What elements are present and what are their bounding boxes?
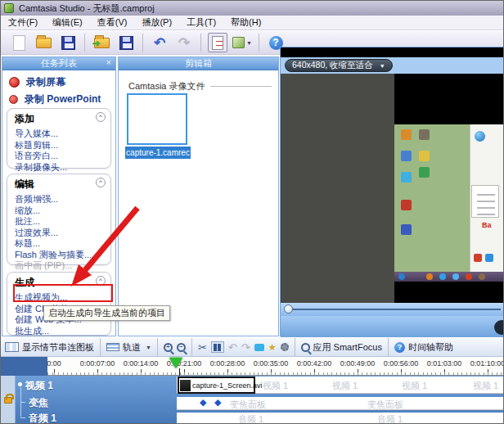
link-import-media[interactable]: 导入媒体... <box>15 129 110 140</box>
settings-tool-button[interactable] <box>281 343 289 351</box>
menu-play[interactable]: 播放(P) <box>134 15 179 30</box>
desktop-icon <box>401 200 412 210</box>
apply-smartfocus-button[interactable]: 应用 SmartFocus <box>301 341 382 354</box>
redo-icon: ↷ <box>178 34 190 52</box>
menu-view[interactable]: 查看(V) <box>90 15 135 30</box>
red-highlight-box <box>13 284 113 302</box>
zoom-out-icon: − <box>177 343 186 352</box>
import-media-button[interactable]: ➜ <box>92 33 111 52</box>
timeline-help-label: 时间轴帮助 <box>408 341 453 354</box>
toolbar-separator <box>142 34 143 52</box>
ruler-label: 0:00:35:00 <box>254 359 289 368</box>
record-screen-item[interactable]: 录制屏幕 <box>9 75 65 89</box>
disabled-redo-icon: ↷ <box>241 341 250 354</box>
collapse-chevron-icon[interactable]: ^ <box>96 112 106 122</box>
preview-toolbar: 640x480, 收缩至适合 ▼ <box>281 57 504 74</box>
toolbar-separator <box>100 338 101 356</box>
show-storyboard-button[interactable]: 显示情节串连图板 <box>5 341 94 354</box>
link-record-camera[interactable]: 录制摄像头... <box>15 162 110 174</box>
save-project-button[interactable] <box>58 33 78 52</box>
show-task-list-button[interactable] <box>208 33 227 52</box>
desktop-icon <box>401 151 412 161</box>
callout-tool-button[interactable] <box>254 344 264 351</box>
track-tree-line <box>20 402 25 403</box>
timeline-help-icon: ? <box>394 342 405 353</box>
browser-context-menu <box>471 185 499 218</box>
menu-help[interactable]: 帮助(H) <box>223 15 268 30</box>
menu-tools[interactable]: 工具(T) <box>179 15 223 30</box>
record-powerpoint-item[interactable]: 录制 PowerPoint <box>9 92 101 106</box>
desktop-icon <box>401 172 412 183</box>
ruler-label: 0:01:03:00 <box>427 359 462 368</box>
preview-seek-bar[interactable] <box>281 303 504 316</box>
link-audio-enhance[interactable]: 音频增强... <box>15 194 110 205</box>
ghost-label: 音频 1 <box>377 413 403 424</box>
open-folder-icon <box>36 38 52 48</box>
disabled-tool-button: ↶ <box>228 341 237 354</box>
zoom-track[interactable]: ◆ ◆ 变焦面板 变焦面板 <box>177 397 504 410</box>
ruler-label: 0:01:10:00 <box>470 359 504 368</box>
preview-browser-window: Ba <box>470 124 504 272</box>
audio-track[interactable]: 音频 1 音频 1 <box>177 413 504 424</box>
dropdown-arrow-icon: ▼ <box>246 40 252 46</box>
close-icon[interactable]: × <box>106 57 111 67</box>
disabled-undo-icon: ↶ <box>228 341 237 354</box>
redo-button[interactable]: ↷ <box>174 33 194 52</box>
menu-edit[interactable]: 编辑(E) <box>45 15 90 30</box>
notebook-icon <box>232 37 245 48</box>
clip-thumb <box>180 380 191 391</box>
record-powerpoint-label: 录制 PowerPoint <box>25 92 101 106</box>
timeline-clip[interactable]: capture-1_Screen.avi <box>178 377 255 394</box>
zoom-out-button[interactable]: − <box>177 343 186 352</box>
seek-line <box>179 368 180 376</box>
playhead-marker[interactable] <box>169 358 182 368</box>
link-callouts[interactable]: 批注... <box>15 216 110 228</box>
menu-file[interactable]: 文件(F) <box>1 15 45 30</box>
tracks-dropdown-button[interactable]: 轨道 ▼ <box>106 341 151 354</box>
seek-knob[interactable] <box>284 304 293 313</box>
taskbar-icon <box>452 273 459 280</box>
tracks-label: 轨道 <box>123 341 141 354</box>
undo-button[interactable]: ↶ <box>150 33 169 52</box>
keyframe-diamond-icon[interactable]: ◆ <box>200 398 206 407</box>
collapse-chevron-icon[interactable]: ^ <box>96 178 106 187</box>
browser-logo-icon <box>475 131 485 142</box>
clip-group-label: Camtasia 录像文件 <box>128 80 205 92</box>
timeline-help-button[interactable]: ? 时间轴帮助 <box>394 341 453 354</box>
video-track[interactable]: capture-1_Screen.avi 视频 1 视频 1 视频 1 视频 1 <box>177 377 504 394</box>
desktop-icon <box>401 129 412 140</box>
zoom-in-button[interactable]: + <box>164 343 173 352</box>
link-title-clip[interactable]: 标题剪辑... <box>15 140 110 151</box>
new-project-button[interactable] <box>9 33 29 52</box>
show-notes-button[interactable]: ▼ <box>232 33 252 52</box>
link-batch-produce[interactable]: 批生成... <box>15 326 110 337</box>
link-zoom[interactable]: 缩放... <box>15 205 110 217</box>
save-as-button[interactable] <box>116 33 136 52</box>
preview-size-label: 640x480, 收缩至适合 <box>292 60 373 71</box>
taskbar-icon <box>398 273 405 280</box>
preview-letterbox <box>281 74 394 303</box>
taskbar-icon <box>479 273 485 280</box>
cut-button[interactable]: ✂ <box>198 341 207 354</box>
tooltip: 启动生成向导生成当前的项目 <box>43 305 170 321</box>
toolbar-separator <box>200 34 201 52</box>
keyframe-diamond-icon[interactable]: ◆ <box>214 398 221 407</box>
speech-bubble-icon <box>254 344 264 351</box>
import-folder-icon: ➜ <box>94 38 110 48</box>
lock-icon[interactable] <box>4 397 12 404</box>
link-flash-quiz[interactable]: Flash 测验与摘要... <box>15 250 110 261</box>
clip-thumbnail[interactable] <box>127 93 187 145</box>
save-icon <box>61 36 75 50</box>
open-project-button[interactable] <box>34 33 53 52</box>
new-document-icon <box>13 35 25 51</box>
timeline-ruler[interactable]: 0:00 0:00:07:00 0:00:14:00 0:00:21:00 0:… <box>1 357 504 376</box>
play-button[interactable] <box>494 320 504 335</box>
link-voice-narration[interactable]: 语音旁白... <box>15 151 110 162</box>
link-captions[interactable]: 标题... <box>15 238 110 250</box>
task-list-header: 任务列表 × <box>2 57 115 70</box>
preview-size-selector[interactable]: 640x480, 收缩至适合 ▼ <box>285 59 393 72</box>
split-button[interactable] <box>211 341 224 353</box>
marker-tool-button[interactable]: ★ <box>268 342 277 353</box>
clip-name-label[interactable]: capture-1.camrec <box>125 147 191 159</box>
link-transitions[interactable]: 过渡效果... <box>15 228 110 239</box>
